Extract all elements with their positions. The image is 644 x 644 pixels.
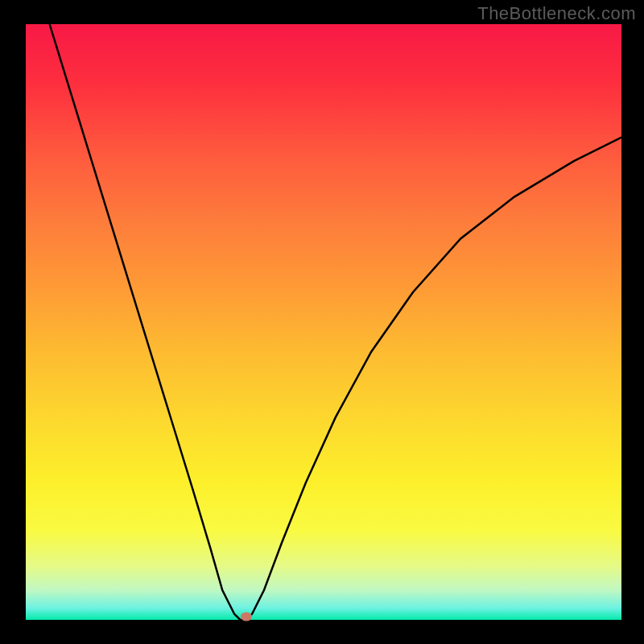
- plot-area: [26, 24, 621, 620]
- watermark-text: TheBottleneck.com: [477, 3, 636, 24]
- bottleneck-curve: [50, 24, 621, 620]
- curve-svg: [26, 24, 621, 620]
- chart-container: TheBottleneck.com: [0, 0, 644, 644]
- minimum-marker: [241, 613, 252, 621]
